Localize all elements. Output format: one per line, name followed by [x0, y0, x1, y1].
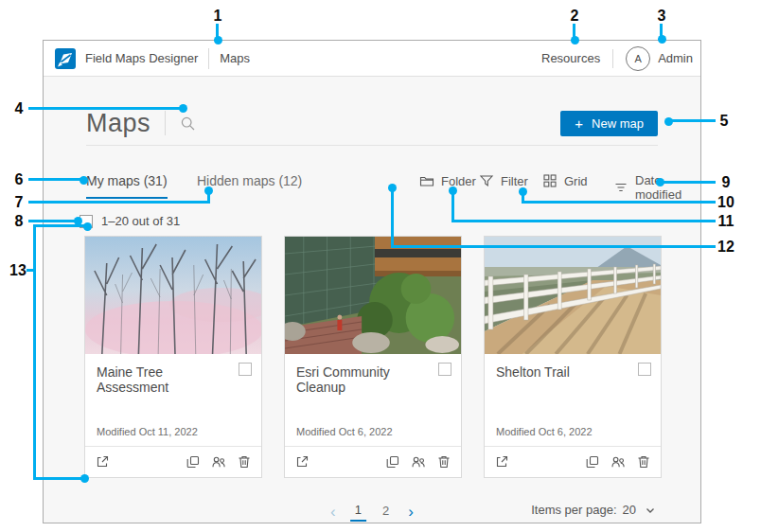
- callout-6-dot: [80, 176, 88, 185]
- trash-icon: [436, 454, 451, 470]
- items-range-label: 1–20 out of 31: [101, 214, 180, 228]
- card-modified-date: Modified Oct 6, 2022: [296, 426, 393, 437]
- duplicate-icon: [186, 454, 201, 470]
- app-header: Field Maps Designer Maps Resources A Adm…: [44, 41, 700, 77]
- duplicate-icon: [385, 454, 400, 470]
- app-title: Field Maps Designer: [85, 51, 198, 65]
- card-checkbox[interactable]: [239, 363, 252, 376]
- callout-13-number: 13: [9, 262, 27, 279]
- callout-4-line: [28, 107, 180, 110]
- callout-8-dot: [74, 217, 82, 225]
- share-group-button[interactable]: [211, 454, 226, 470]
- grid-view-button[interactable]: Grid: [542, 173, 588, 188]
- callout-13-vline: [33, 224, 36, 480]
- duplicate-icon: [585, 454, 600, 470]
- callout-11-line: [451, 220, 716, 222]
- card-actions: [585, 454, 651, 470]
- card-checkbox[interactable]: [438, 363, 451, 376]
- tabs-toolbar-row: My maps (31) Hidden maps (12) Folder Fil…: [86, 173, 658, 200]
- callout-2-number: 2: [571, 8, 579, 25]
- pager-row: ‹ 1 2 › Items per page: 20: [86, 501, 658, 523]
- map-thumbnail-shelton-trail[interactable]: [485, 237, 661, 354]
- callout-12-number: 12: [717, 239, 734, 256]
- open-map-button[interactable]: [294, 454, 310, 470]
- duplicate-button[interactable]: [186, 454, 201, 470]
- next-page-icon[interactable]: ›: [405, 504, 416, 520]
- card-modified-date: Modified Oct 6, 2022: [496, 426, 593, 437]
- card-footer: [285, 446, 461, 477]
- sort-button[interactable]: Date modified: [613, 173, 681, 202]
- delete-button[interactable]: [237, 454, 252, 470]
- select-all-row: 1–20 out of 31: [80, 214, 180, 228]
- open-map-button[interactable]: [95, 454, 110, 470]
- callout-9-number: 9: [722, 174, 731, 191]
- callout-13-bottom-arm: [34, 477, 81, 480]
- new-map-label: New map: [592, 116, 644, 131]
- card-body: Shelton Trail Modified Oct 6, 2022: [485, 354, 661, 446]
- field-maps-logo-icon: [55, 48, 76, 69]
- callout-11-line-2: [451, 191, 454, 222]
- callout-11-dot: [449, 186, 457, 195]
- callout-12-dot: [388, 184, 397, 192]
- callout-11-number: 11: [718, 213, 734, 230]
- duplicate-button[interactable]: [385, 454, 400, 470]
- callout-9-dot: [656, 178, 664, 186]
- card-actions: [385, 454, 451, 470]
- tab-my-maps[interactable]: My maps (31): [86, 173, 168, 199]
- card-modified-date: Modified Oct 11, 2022: [97, 426, 198, 437]
- trash-icon: [237, 454, 252, 470]
- card-title[interactable]: Esri Community Cleanup: [296, 364, 450, 395]
- folder-button[interactable]: Folder: [419, 173, 476, 188]
- card-checkbox[interactable]: [638, 363, 651, 376]
- prev-page-icon[interactable]: ‹: [327, 504, 339, 520]
- items-per-page-select[interactable]: Items per page: 20: [531, 503, 656, 517]
- folder-icon: [419, 173, 434, 188]
- callout-5-number: 5: [720, 113, 729, 130]
- map-thumbnail-esri-campus[interactable]: [285, 237, 461, 354]
- card-title[interactable]: Shelton Trail: [496, 364, 649, 380]
- share-group-button[interactable]: [611, 454, 626, 470]
- header-divider: [208, 48, 209, 69]
- callout-10-number: 10: [717, 194, 734, 211]
- grid-label: Grid: [564, 174, 588, 188]
- open-map-button[interactable]: [494, 454, 509, 470]
- callout-2-dot: [571, 36, 579, 44]
- items-per-page-label: Items per page:: [531, 503, 616, 517]
- share-group-button[interactable]: [411, 454, 426, 470]
- nav-item-resources[interactable]: Resources: [541, 51, 600, 65]
- nav-item-maps[interactable]: Maps: [220, 51, 250, 65]
- callout-12-line-2: [391, 188, 394, 247]
- callout-6-line: [28, 178, 80, 181]
- page-1-button[interactable]: 1: [350, 501, 366, 522]
- card-body: Maine Tree Assessment Modified Oct 11, 2…: [85, 354, 261, 446]
- map-cards-list: Maine Tree Assessment Modified Oct 11, 2…: [84, 236, 662, 478]
- page-title: Maps: [86, 109, 150, 138]
- card-title[interactable]: Maine Tree Assessment: [97, 364, 250, 395]
- map-thumbnail-maine-trees[interactable]: [85, 237, 261, 354]
- delete-button[interactable]: [436, 454, 451, 470]
- map-card: Esri Community Cleanup Modified Oct 6, 2…: [284, 236, 462, 478]
- avatar[interactable]: A: [626, 46, 650, 71]
- map-card: Shelton Trail Modified Oct 6, 2022: [484, 236, 662, 478]
- tab-hidden-maps[interactable]: Hidden maps (12): [197, 173, 302, 197]
- open-in-new-icon: [294, 454, 310, 470]
- folder-label: Folder: [441, 174, 476, 188]
- callout-4-number: 4: [15, 100, 24, 117]
- card-actions: [186, 454, 252, 470]
- user-menu[interactable]: Admin: [658, 51, 693, 65]
- new-map-button[interactable]: + New map: [560, 111, 658, 136]
- duplicate-button[interactable]: [585, 454, 600, 470]
- card-body: Esri Community Cleanup Modified Oct 6, 2…: [285, 354, 461, 446]
- page-2-button[interactable]: 2: [378, 502, 394, 521]
- filter-button[interactable]: Filter: [479, 173, 528, 188]
- chevron-down-icon: [645, 505, 656, 516]
- card-footer: [85, 446, 261, 477]
- delete-button[interactable]: [636, 454, 651, 470]
- callout-8-line: [28, 220, 75, 222]
- callout-7-dot: [204, 186, 213, 195]
- callout-7-line: [28, 201, 210, 204]
- callout-5-line: [671, 119, 716, 122]
- callout-6-number: 6: [15, 171, 24, 188]
- search-button[interactable]: [180, 115, 196, 132]
- callout-10-line: [522, 201, 716, 204]
